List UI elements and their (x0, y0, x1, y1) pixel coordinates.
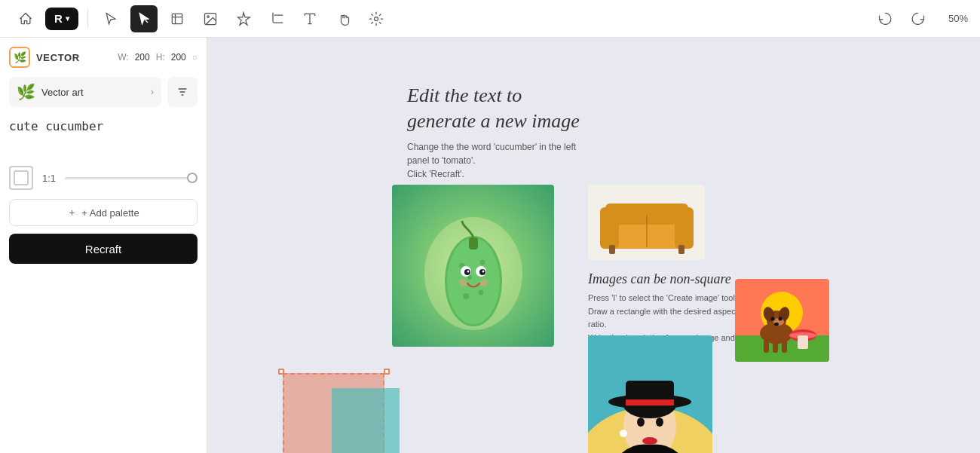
height-label: H: (156, 52, 165, 63)
svg-point-17 (467, 270, 469, 272)
svg-point-47 (771, 317, 775, 321)
slider-thumb[interactable] (187, 173, 198, 183)
add-icon: ＋ (67, 206, 77, 219)
svg-point-9 (463, 293, 469, 299)
hat-woman-image[interactable] (588, 335, 712, 453)
frame-tool-button[interactable] (164, 5, 191, 32)
svg-point-18 (482, 270, 484, 272)
style-preview-icon: 🌿 (17, 83, 35, 101)
brand-icon: R (54, 12, 63, 25)
vector-header: 🌿 VECTOR W: 200 H: 200 ○ (9, 47, 198, 68)
redo-button[interactable] (905, 5, 932, 32)
svg-point-36 (656, 418, 663, 427)
recraft-button[interactable]: Recraft (9, 234, 198, 264)
hand-tool-button[interactable] (329, 5, 357, 32)
width-value[interactable]: 200 (135, 52, 150, 63)
vector-tool-button[interactable] (230, 5, 257, 32)
sofa-image[interactable] (588, 185, 705, 260)
prompt-section: cute cucumber (9, 116, 198, 154)
toolbar-left: R ▾ (12, 5, 865, 32)
aspect-section: 1:1 (9, 166, 198, 190)
slider-track (65, 177, 198, 179)
handle-top-right[interactable] (384, 369, 390, 375)
aspect-ratio-box[interactable] (9, 166, 33, 190)
nonsquare-title: Images can be non-square (588, 271, 739, 287)
style-row: 🌿 Vector art › (9, 77, 198, 107)
add-palette-button[interactable]: ＋ + Add palette (9, 199, 198, 226)
svg-point-19 (459, 279, 467, 286)
style-name-label: Vector art (41, 87, 84, 98)
svg-rect-26 (678, 245, 684, 254)
sofa-svg (594, 188, 700, 256)
brand-dropdown-arrow: ▾ (66, 14, 69, 23)
svg-point-48 (779, 317, 782, 321)
hat-woman-svg (588, 335, 712, 453)
left-panel: 🌿 VECTOR W: 200 H: 200 ○ 🌿 Vector art › … (0, 38, 207, 453)
svg-rect-0 (172, 14, 182, 23)
selection-handles (281, 372, 387, 453)
filter-settings-button[interactable] (167, 77, 198, 107)
svg-rect-25 (609, 245, 615, 254)
zoom-level: 50% (938, 13, 968, 24)
instruction-title: Edit the text togenerate a new image (407, 83, 588, 134)
svg-point-2 (207, 15, 210, 17)
svg-rect-55 (798, 335, 808, 349)
svg-point-20 (480, 279, 488, 286)
aspect-ratio-label: 1:1 (42, 173, 56, 184)
style-selector[interactable]: 🌿 Vector art › (9, 77, 161, 107)
cursor-tool-button[interactable] (97, 5, 124, 32)
svg-point-6 (447, 238, 500, 324)
svg-rect-51 (773, 339, 778, 353)
dog-svg (735, 279, 829, 362)
svg-point-38 (620, 430, 627, 437)
recraft-label: Recraft (85, 243, 121, 256)
dog-image[interactable] (735, 279, 829, 362)
vector-label: VECTOR (36, 52, 80, 63)
home-button[interactable] (12, 5, 39, 32)
slider-container (65, 177, 198, 179)
aspect-inner-box (14, 170, 29, 185)
width-label: W: (118, 52, 128, 63)
svg-point-35 (637, 418, 645, 427)
vector-dims: W: 200 H: 200 ○ (118, 52, 198, 63)
svg-rect-52 (782, 339, 787, 353)
svg-point-49 (774, 323, 779, 326)
cucumber-bg (392, 185, 554, 347)
canvas-area[interactable]: Edit the text togenerate a new image Cha… (207, 38, 980, 453)
cucumber-svg (421, 198, 526, 334)
svg-rect-34 (626, 399, 674, 406)
svg-point-37 (642, 437, 657, 445)
crop-tool-button[interactable] (263, 5, 290, 32)
add-palette-label: + Add palette (81, 207, 139, 219)
handle-top-left[interactable] (278, 369, 284, 375)
svg-point-8 (479, 259, 485, 265)
canvas-content: Edit the text togenerate a new image Cha… (207, 38, 980, 453)
toolbar-right: 50% (871, 5, 968, 32)
undo-button[interactable] (871, 5, 899, 32)
svg-rect-50 (764, 339, 769, 353)
image-tool-button[interactable] (197, 5, 224, 32)
height-value[interactable]: 200 (171, 52, 186, 63)
extra-tool-button[interactable] (363, 5, 390, 32)
toolbar-divider-1 (87, 10, 88, 28)
cucumber-image[interactable] (392, 185, 554, 347)
vector-plant-icon: 🌿 (14, 51, 26, 63)
vector-icon: 🌿 (9, 47, 30, 68)
instruction-block: Edit the text togenerate a new image Cha… (407, 83, 588, 181)
toolbar: R ▾ (0, 0, 980, 38)
prompt-input[interactable]: cute cucumber (9, 116, 198, 151)
brand-button[interactable]: R ▾ (45, 8, 78, 30)
svg-point-3 (375, 17, 378, 20)
aspect-row: 1:1 (9, 166, 198, 190)
instruction-body: Change the the word 'cucumber' in the le… (407, 140, 588, 181)
select-tool-button[interactable] (130, 5, 158, 32)
text-tool-button[interactable] (296, 5, 323, 32)
lock-icon[interactable]: ○ (192, 52, 198, 63)
svg-point-10 (478, 289, 483, 295)
svg-rect-12 (469, 237, 478, 249)
style-chevron-icon: › (151, 87, 154, 97)
